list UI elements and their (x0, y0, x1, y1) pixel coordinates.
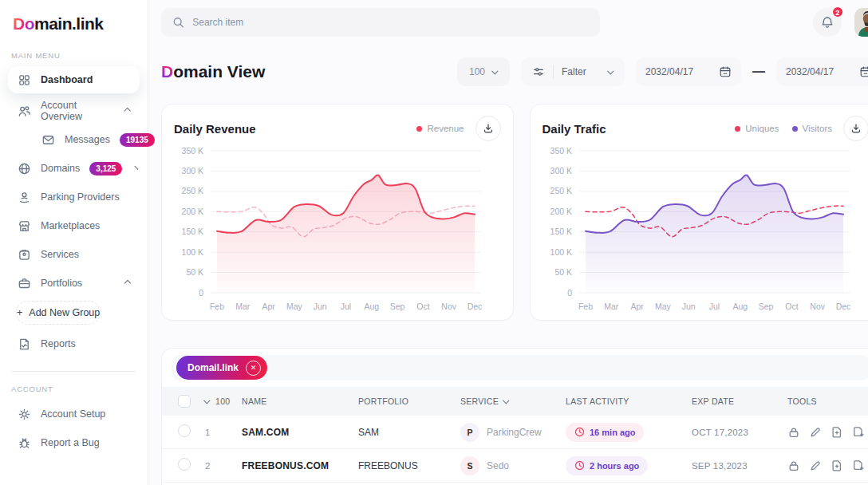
sidebar-item-domains[interactable]: Domains 3,125 (8, 154, 140, 183)
account-nav: Account Setup Report a Bug (0, 400, 148, 457)
clock-icon (574, 460, 585, 471)
sidebar-item-messages[interactable]: Messages 19135 (32, 125, 140, 154)
gear-icon (18, 408, 31, 421)
search-bar[interactable] (161, 8, 600, 37)
file-plus-icon (831, 426, 843, 439)
sidebar-item-report-bug[interactable]: Report a Bug (8, 428, 140, 457)
svg-text:200 K: 200 K (182, 207, 203, 216)
table-row[interactable]: 2 FREEBONUS.COM FREEBONUS S Sedo 2 hours… (162, 449, 868, 483)
select-all-checkbox[interactable] (178, 395, 191, 408)
edit-button[interactable] (809, 459, 822, 472)
sidebar-item-parking-providers[interactable]: Parking Providers (8, 183, 140, 211)
filter-select[interactable]: Falter (521, 57, 625, 86)
topbar-actions: 2 (813, 8, 868, 37)
date-to-input[interactable]: 2032/04/17 (776, 57, 868, 86)
row-number: 1 (205, 428, 242, 437)
svg-text:100 K: 100 K (550, 247, 571, 257)
remove-tag-button[interactable]: ✕ (246, 361, 261, 376)
chevron-up-icon (124, 280, 131, 286)
tools-cell (787, 426, 865, 439)
svg-text:0: 0 (199, 288, 203, 298)
column-header-last-activity[interactable]: LAST ACTIVITY (566, 396, 692, 406)
svg-text:Oct: Oct (785, 302, 798, 311)
sidebar-item-label: Report a Bug (41, 437, 100, 448)
sidebar-item-dashboard[interactable]: Dashboard (8, 66, 140, 93)
lock-button[interactable] (787, 459, 800, 472)
column-header-tools: TOOLS (787, 396, 865, 406)
notifications-button[interactable]: 2 (813, 8, 842, 37)
svg-text:Oct: Oct (416, 302, 429, 311)
page-controls: 100 Falter 2032/04/17 — (457, 57, 868, 86)
row-count-select[interactable]: 100 (205, 396, 242, 406)
column-header-name[interactable]: NAME (242, 396, 358, 406)
search-input[interactable] (192, 17, 589, 28)
domain-name[interactable]: FREEBONUS.COM (242, 460, 358, 471)
chevron-down-icon (607, 68, 614, 74)
row-checkbox[interactable] (178, 458, 191, 471)
plus-icon: + (17, 307, 22, 318)
divider (553, 65, 554, 79)
app-logo[interactable]: Domain.link (0, 0, 148, 38)
svg-text:Dec: Dec (468, 302, 483, 311)
edit-button[interactable] (809, 426, 822, 439)
add-group-label: Add New Group (29, 307, 100, 318)
svg-text:May: May (654, 302, 671, 311)
row-number: 2 (205, 461, 242, 471)
tools-cell (787, 459, 865, 472)
sidebar-item-reports[interactable]: Reports (8, 329, 140, 358)
table-row[interactable]: 1 SAM.COM SAM P ParkingCrew 16 min ago O… (162, 416, 868, 449)
export-note-button[interactable] (852, 426, 865, 439)
download-button[interactable] (475, 116, 501, 141)
table-header-row: 100 NAME PORTFOLIO SERVICE LAST ACTIVITY… (162, 387, 868, 416)
expiration-date: SEP 13,2023 (692, 461, 787, 471)
svg-text:Jun: Jun (681, 302, 695, 311)
date-from-input[interactable]: 2032/04/17 (636, 57, 741, 86)
service-initial-badge: S (460, 456, 479, 475)
column-header-service[interactable]: SERVICE (460, 396, 566, 406)
portfolio-name: SAM (358, 427, 460, 438)
pencil-icon (809, 426, 822, 439)
chevron-down-icon (503, 397, 509, 404)
svg-text:Aug: Aug (732, 302, 748, 311)
sidebar-item-account-setup[interactable]: Account Setup (8, 400, 140, 428)
download-button[interactable] (843, 116, 868, 141)
daily-traffic-chart: 350 K300 K250 K200 K150 K100 K50 K0FebMa… (542, 144, 868, 317)
download-icon (850, 122, 862, 135)
chart-title: Daily Revenue (174, 122, 256, 136)
filter-tag-label: Domail.link (187, 362, 239, 373)
svg-text:Mar: Mar (235, 302, 251, 311)
date-from-value: 2032/04/17 (645, 66, 693, 77)
chevron-up-icon (124, 108, 131, 114)
avatar[interactable] (854, 8, 868, 37)
svg-text:0: 0 (567, 288, 572, 298)
column-header-portfolio[interactable]: PORTFOLIO (358, 396, 460, 406)
svg-text:Sep: Sep (758, 302, 773, 311)
add-note-button[interactable] (831, 426, 843, 439)
calendar-icon (719, 65, 732, 78)
account-section-label: ACCOUNT (11, 384, 148, 393)
sidebar-item-services[interactable]: Services (8, 240, 140, 269)
people-icon (18, 104, 31, 118)
date-range-separator: — (752, 65, 765, 79)
column-header-exp-date[interactable]: EXP DATE (692, 396, 787, 406)
domains-count-badge: 3,125 (89, 162, 122, 175)
lock-button[interactable] (787, 426, 800, 439)
domain-name[interactable]: SAM.COM (242, 427, 358, 438)
add-new-group-button[interactable]: + Add New Group (16, 301, 101, 325)
page-content: Domain View 100 Falter 2032/04/17 (148, 45, 868, 485)
filter-tag[interactable]: Domail.link ✕ (176, 356, 267, 380)
svg-text:Feb: Feb (210, 302, 224, 311)
sidebar-item-label: Reports (41, 338, 76, 349)
sidebar: Domain.link MAIN MENU Dashboard Account … (0, 0, 148, 485)
export-note-button[interactable] (852, 459, 865, 472)
chart-legend: Revenue (416, 124, 464, 133)
sidebar-item-marketplaces[interactable]: Marketplaces (8, 211, 140, 240)
sidebar-item-account-overview[interactable]: Account Overview (8, 97, 140, 125)
page-size-select[interactable]: 100 (457, 57, 510, 86)
add-note-button[interactable] (831, 459, 843, 472)
search-icon (172, 16, 184, 29)
row-checkbox[interactable] (178, 424, 191, 437)
sidebar-item-label: Dashboard (41, 74, 93, 85)
sidebar-item-portfolios[interactable]: Portfolios (8, 269, 140, 298)
chart-legend: Uniques Visitors (735, 124, 832, 133)
